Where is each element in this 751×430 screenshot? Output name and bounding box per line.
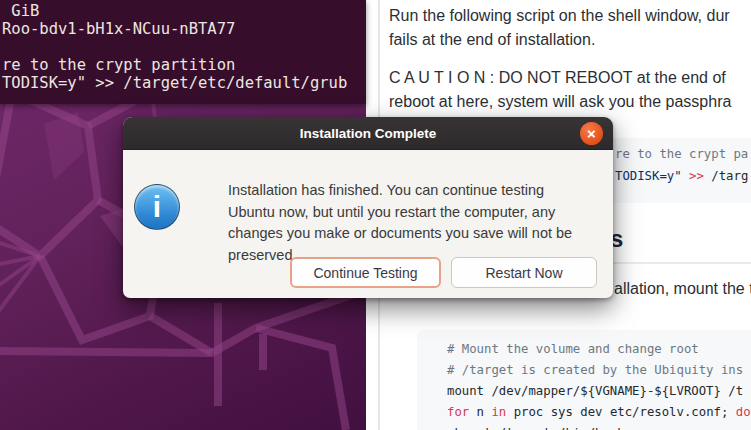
terminal-line: GiB [2,2,39,20]
dialog-title: Installation Complete [300,117,437,150]
code-text: n [469,405,491,419]
dialog-body: i Installation has finished. You can con… [123,150,613,297]
message-line: Installation has finished. You can conti… [228,180,572,202]
code-text: mount /dev/mapper/${VGNAME}-${LVROOT} /t [447,384,743,398]
code-string: TODISK=y" [615,169,689,183]
code-operator: >> [689,169,704,183]
doc-paragraph-run-script: Run the following script on the shell wi… [389,4,730,51]
code-keyword: in [491,405,506,419]
code-line: for n in proc sys dev etc/resolv.conf; d… [447,405,751,420]
dialog-message: Installation has finished. You can conti… [228,180,572,266]
paragraph-line: reboot at here, system will ask you the … [389,90,731,114]
dialog-titlebar[interactable]: Installation Complete × [123,117,613,150]
code-comment: # Mount the volume and change root [447,342,699,356]
continue-testing-button[interactable]: Continue Testing [290,257,441,288]
paragraph-line: C A U T I O N : DO NOT REBOOT at the end… [389,66,731,90]
restart-now-button[interactable]: Restart Now [451,257,597,288]
desktop-screen: GiB Roo-bdv1-bH1x-NCuu-nBTA77 re to the … [0,0,751,430]
message-line: Ubuntu now, but until you restart the co… [228,202,572,224]
doc-paragraph-mount: allation, mount the ta [614,280,751,298]
code-keyword: do [736,405,751,419]
code-line: chroot /target /bin/bash [447,426,625,430]
doc-paragraph-caution: C A U T I O N : DO NOT REBOOT at the end… [389,66,731,113]
code-comment: # /target is created by the Ubiquity ins [447,363,743,377]
code-text: /targ [704,169,748,183]
terminal-line: re to the crypt partition [2,56,235,74]
code-text: chroot /target /bin/bash [447,426,625,430]
message-line: changes you make or documents you save w… [228,223,572,245]
paragraph-line: Run the following script on the shell wi… [389,4,730,28]
code-line: TODISK=y" >> /targ [615,169,748,184]
code-line: # Mount the volume and change root [447,342,699,357]
terminal-line: TODISK=y" >> /target/etc/default/grub [2,74,347,92]
code-block-chroot: # Mount the volume and change root # /ta… [417,330,751,430]
terminal-window[interactable]: GiB Roo-bdv1-bH1x-NCuu-nBTA77 re to the … [0,0,366,104]
terminal-line: Roo-bdv1-bH1x-NCuu-nBTA77 [2,20,235,38]
paragraph-line: fails at the end of installation. [389,28,730,52]
code-keyword: for [447,405,469,419]
code-comment: re to the crypt pa [615,147,748,161]
info-icon: i [134,184,180,230]
code-line: # /target is created by the Ubiquity ins [447,363,743,378]
installation-complete-dialog: Installation Complete × i Installation h… [123,117,613,298]
code-line: re to the crypt pa [615,147,748,162]
code-text: proc sys dev etc/resolv.conf; [506,405,736,419]
code-line: mount /dev/mapper/${VGNAME}-${LVROOT} /t [447,384,743,399]
close-icon[interactable]: × [580,122,603,145]
